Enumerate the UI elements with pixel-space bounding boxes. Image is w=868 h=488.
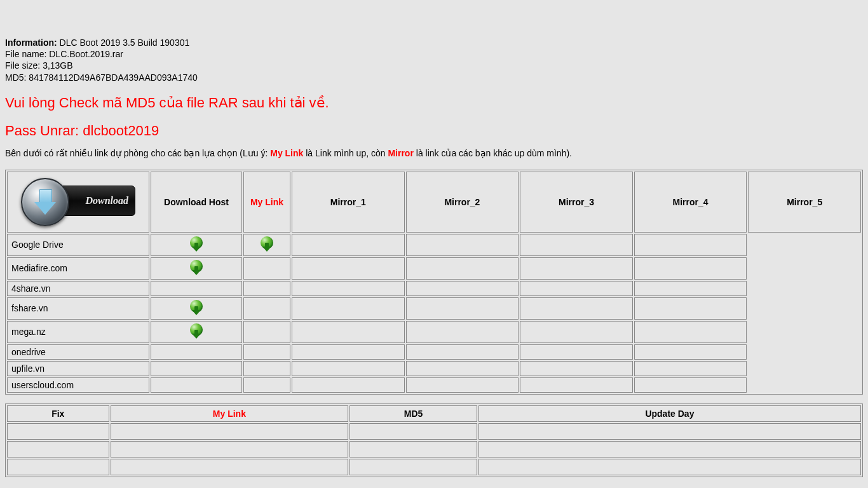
cell-mirror_4 — [520, 297, 633, 320]
cell-mirror_4 — [520, 281, 633, 296]
cell-my_link — [151, 297, 242, 320]
fix-md5-cell — [349, 441, 477, 458]
cell-mirror_4 — [520, 234, 633, 256]
download-table: Download Download Host My Link Mirror_1 … — [5, 170, 863, 395]
check-md5-heading: Vui lòng Check mã MD5 của file RAR sau k… — [5, 95, 863, 111]
cell-mirror_2 — [292, 297, 405, 320]
fix-update-cell — [478, 459, 861, 475]
cell-my_link — [151, 321, 242, 343]
table-row: upfile.vn — [7, 361, 861, 376]
info-label: Information: — [5, 37, 57, 48]
download-globe-icon[interactable] — [259, 236, 275, 252]
cell-mirror_4 — [520, 377, 633, 393]
cell-mirror_3 — [406, 234, 519, 256]
table-row — [7, 423, 861, 440]
table-row: 4share.vn — [7, 281, 861, 296]
note-suffix: là link của các bạn khác up dùm mình). — [414, 148, 572, 158]
cell-my_link — [151, 257, 242, 280]
download-badge-cell: Download — [7, 172, 149, 233]
cell-mirror_2 — [292, 361, 405, 376]
col-mirror-1: Mirror_1 — [292, 172, 405, 233]
host-name: fshare.vn — [7, 297, 149, 320]
cell-mirror_4 — [520, 257, 633, 280]
table-row — [7, 441, 861, 458]
host-name: onedrive — [7, 344, 149, 360]
cell-mirror_4 — [520, 321, 633, 343]
table-row: fshare.vn — [7, 297, 861, 320]
note-line: Bên dưới có rất nhiều link dự phòng cho … — [5, 148, 863, 158]
cell-mirror_1 — [243, 344, 290, 360]
cell-mirror_5 — [634, 377, 747, 393]
info-block: Information: DLC Boot 2019 3.5 Build 190… — [5, 37, 863, 83]
fix-md5-cell — [349, 459, 477, 475]
cell-mirror_2 — [292, 377, 405, 393]
cell-mirror_5 — [634, 281, 747, 296]
fix-mylink-cell — [111, 459, 349, 475]
cell-mirror_1 — [243, 297, 290, 320]
cell-my_link — [151, 234, 242, 256]
fix-col-update: Update Day — [478, 405, 861, 422]
col-my-link: My Link — [243, 172, 290, 233]
fix-col-md5: MD5 — [349, 405, 477, 422]
host-name: mega.nz — [7, 321, 149, 343]
note-prefix: Bên dưới có rất nhiều link dự phòng cho … — [5, 148, 270, 158]
fix-cell — [7, 423, 109, 440]
cell-my_link — [151, 344, 242, 360]
download-globe-icon[interactable] — [189, 323, 204, 339]
table-row — [7, 459, 861, 475]
fix-cell — [7, 459, 109, 475]
col-mirror-4: Mirror_4 — [634, 172, 747, 233]
cell-mirror_1 — [243, 281, 290, 296]
cell-mirror_5 — [634, 321, 747, 343]
cell-mirror_3 — [406, 361, 519, 376]
md5-value: 841784112D49A67BDA439AAD093A1740 — [29, 72, 197, 83]
cell-mirror_3 — [406, 297, 519, 320]
table-row: Mediafire.com — [7, 257, 861, 280]
pass-unrar-heading: Pass Unrar: dlcboot2019 — [5, 123, 863, 139]
md5-label: MD5: — [5, 72, 26, 83]
cell-mirror_1 — [243, 361, 290, 376]
cell-mirror_3 — [406, 344, 519, 360]
filesize-label: File size: — [5, 60, 40, 71]
table-row: mega.nz — [7, 321, 861, 343]
filesize-value: 3,13GB — [43, 60, 72, 71]
cell-my_link — [151, 377, 242, 393]
fix-mylink-cell — [111, 423, 349, 440]
cell-mirror_3 — [406, 281, 519, 296]
col-mirror-3: Mirror_3 — [520, 172, 633, 233]
filename-value: DLC.Boot.2019.rar — [49, 49, 123, 59]
note-mylink: My Link — [270, 148, 303, 158]
cell-mirror_2 — [292, 257, 405, 280]
cell-mirror_4 — [520, 344, 633, 360]
cell-mirror_3 — [406, 321, 519, 343]
cell-my_link — [151, 361, 242, 376]
cell-mirror_3 — [406, 377, 519, 393]
download-badge-text: Download — [85, 195, 128, 207]
cell-mirror_2 — [292, 344, 405, 360]
fix-md5-cell — [349, 423, 477, 440]
fix-table: Fix My Link MD5 Update Day — [5, 403, 863, 477]
cell-mirror_2 — [292, 321, 405, 343]
cell-mirror_5 — [634, 234, 747, 256]
fix-cell — [7, 441, 109, 458]
cell-mirror_3 — [406, 257, 519, 280]
host-name: Mediafire.com — [7, 257, 149, 280]
download-globe-icon[interactable] — [189, 300, 204, 315]
filename-label: File name: — [5, 49, 46, 59]
download-globe-icon[interactable] — [189, 236, 204, 252]
fix-col-mylink: My Link — [111, 405, 349, 422]
fix-col-fix: Fix — [7, 405, 109, 422]
download-disc-icon — [21, 178, 69, 226]
cell-mirror_1 — [243, 377, 290, 393]
cell-mirror_1 — [243, 257, 290, 280]
note-mid: là Link mình up, còn — [303, 148, 388, 158]
host-name: userscloud.com — [7, 377, 149, 393]
fix-update-cell — [478, 423, 861, 440]
download-globe-icon[interactable] — [189, 260, 204, 275]
host-name: 4share.vn — [7, 281, 149, 296]
download-badge[interactable]: Download — [21, 174, 135, 228]
info-title: DLC Boot 2019 3.5 Build 190301 — [60, 37, 190, 48]
cell-mirror_4 — [520, 361, 633, 376]
cell-my_link — [151, 281, 242, 296]
table-row: userscloud.com — [7, 377, 861, 393]
